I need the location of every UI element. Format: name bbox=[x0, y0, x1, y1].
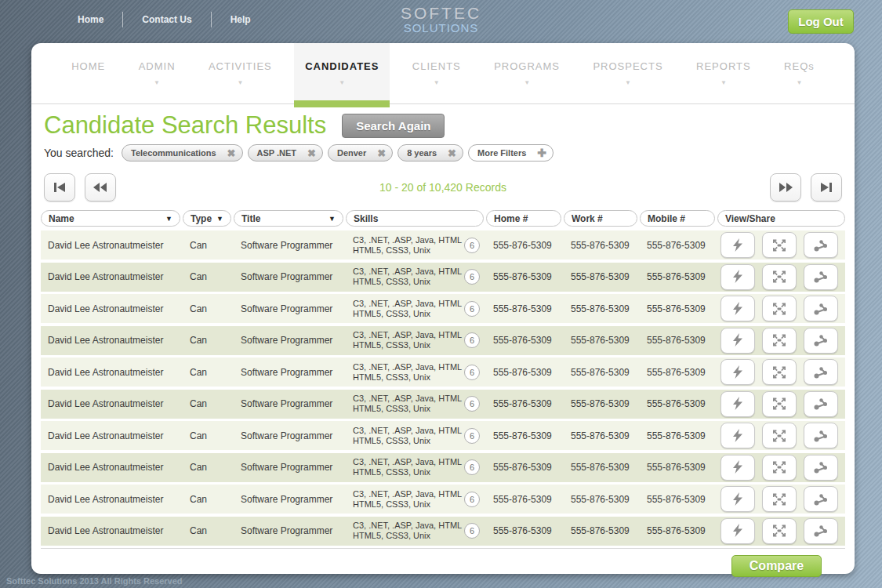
nav-label: REPORTS bbox=[696, 60, 751, 72]
skills-count-badge[interactable]: 6 bbox=[464, 396, 480, 412]
table-row[interactable]: David Lee Astronautmeister Can Software … bbox=[41, 358, 845, 387]
home-phone-cell: 555-876-5309 bbox=[486, 525, 561, 536]
expand-view-button[interactable] bbox=[762, 518, 797, 544]
share-icon bbox=[813, 460, 829, 474]
filter-chip-label: 8 years bbox=[407, 148, 437, 158]
expand-view-button[interactable] bbox=[762, 264, 797, 290]
skills-count-badge[interactable]: 6 bbox=[464, 365, 480, 380]
candidate-skills-cell: C3, .NET, .ASP, Java, HTML HTML5, CSS3, … bbox=[346, 394, 484, 414]
share-button[interactable] bbox=[804, 391, 838, 417]
nav-item-reports[interactable]: REPORTS ▼ bbox=[685, 43, 762, 103]
sort-dropdown-icon[interactable]: ▼ bbox=[328, 215, 336, 223]
share-button[interactable] bbox=[804, 486, 838, 512]
compare-button[interactable]: Compare bbox=[731, 555, 822, 577]
quick-action-button[interactable] bbox=[720, 391, 755, 417]
filter-chip-telecommunications[interactable]: Telecommunications ✖ bbox=[122, 144, 243, 162]
more-filters-button[interactable]: More Filters ✚ bbox=[468, 144, 554, 162]
filter-chip-asp-net[interactable]: ASP .NET ✖ bbox=[248, 144, 323, 162]
skills-count-badge[interactable]: 6 bbox=[464, 269, 480, 285]
next-page-button[interactable] bbox=[770, 173, 801, 201]
nav-item-admin[interactable]: ADMIN ▼ bbox=[128, 43, 187, 103]
skills-count-badge[interactable]: 6 bbox=[464, 332, 480, 348]
nav-item-programs[interactable]: PROGRAMS ▼ bbox=[483, 43, 571, 103]
nav-item-activities[interactable]: ACTIVITIES ▼ bbox=[198, 43, 283, 103]
search-again-button[interactable]: Search Again bbox=[342, 114, 445, 138]
share-button[interactable] bbox=[804, 232, 838, 258]
skills-count-badge[interactable]: 6 bbox=[464, 492, 480, 507]
skills-count-badge[interactable]: 6 bbox=[464, 523, 480, 539]
expand-view-button[interactable] bbox=[762, 486, 797, 512]
nav-item-candidates[interactable]: CANDIDATES ▼ bbox=[294, 43, 390, 103]
nav-item-home[interactable]: HOME bbox=[60, 43, 116, 103]
remove-filter-icon[interactable]: ✖ bbox=[377, 148, 386, 158]
skills-count-badge[interactable]: 6 bbox=[464, 428, 480, 444]
table-row[interactable]: David Lee Astronautmeister Can Software … bbox=[41, 326, 845, 355]
quick-action-button[interactable] bbox=[720, 518, 755, 544]
share-button[interactable] bbox=[804, 296, 838, 321]
chevron-down-icon: ▼ bbox=[796, 79, 802, 87]
column-header-name[interactable]: Name ▼ bbox=[41, 210, 180, 227]
quick-action-button[interactable] bbox=[720, 455, 755, 481]
skills-count-badge[interactable]: 6 bbox=[464, 459, 480, 475]
skills-count-badge[interactable]: 6 bbox=[464, 301, 480, 317]
quick-action-button[interactable] bbox=[720, 232, 755, 258]
share-button[interactable] bbox=[804, 518, 838, 544]
sort-dropdown-icon[interactable]: ▼ bbox=[165, 215, 172, 223]
candidate-name-cell: David Lee Astronautmeister bbox=[41, 525, 180, 536]
chevron-down-icon: ▼ bbox=[434, 79, 440, 87]
share-button[interactable] bbox=[804, 264, 838, 290]
column-header-type[interactable]: Type ▼ bbox=[183, 210, 231, 227]
candidate-skills-cell: C3, .NET, .ASP, Java, HTML HTML5, CSS3, … bbox=[346, 330, 484, 350]
candidate-skills-cell: C3, .NET, .ASP, Java, HTML HTML5, CSS3, … bbox=[346, 299, 484, 319]
share-button[interactable] bbox=[804, 359, 838, 385]
skills-count-badge[interactable]: 6 bbox=[464, 238, 480, 253]
work-phone-cell: 555-876-5309 bbox=[564, 335, 637, 346]
table-row[interactable]: David Lee Astronautmeister Can Software … bbox=[41, 294, 845, 323]
nav-item-clients[interactable]: CLIENTS ▼ bbox=[401, 43, 472, 103]
table-row[interactable]: David Lee Astronautmeister Can Software … bbox=[41, 485, 845, 514]
filter-chip-denver[interactable]: Denver ✖ bbox=[328, 144, 393, 162]
lightning-icon bbox=[731, 333, 744, 347]
share-button[interactable] bbox=[804, 455, 838, 481]
filter-chip-8-years[interactable]: 8 years ✖ bbox=[397, 144, 463, 162]
top-link-home[interactable]: Home bbox=[59, 11, 122, 28]
expand-view-button[interactable] bbox=[762, 455, 797, 481]
log-out-button[interactable]: Log Out bbox=[788, 9, 854, 34]
table-row[interactable]: David Lee Astronautmeister Can Software … bbox=[41, 453, 845, 482]
quick-action-button[interactable] bbox=[720, 486, 755, 512]
expand-view-button[interactable] bbox=[762, 232, 797, 258]
quick-action-button[interactable] bbox=[720, 359, 755, 385]
remove-filter-icon[interactable]: ✖ bbox=[227, 148, 236, 158]
table-row[interactable]: David Lee Astronautmeister Can Software … bbox=[41, 263, 845, 292]
last-page-button[interactable] bbox=[811, 173, 842, 201]
quick-action-button[interactable] bbox=[720, 296, 755, 321]
table-row[interactable]: David Lee Astronautmeister Can Software … bbox=[41, 390, 845, 419]
chevron-down-icon: ▼ bbox=[237, 79, 243, 87]
table-row[interactable]: David Lee Astronautmeister Can Software … bbox=[41, 421, 845, 450]
sort-dropdown-icon[interactable]: ▼ bbox=[216, 215, 223, 223]
expand-view-button[interactable] bbox=[762, 296, 797, 321]
remove-filter-icon[interactable]: ✖ bbox=[307, 148, 316, 158]
quick-action-button[interactable] bbox=[720, 328, 755, 354]
quick-action-button[interactable] bbox=[720, 423, 755, 448]
table-body: David Lee Astronautmeister Can Software … bbox=[41, 230, 845, 546]
table-row[interactable]: David Lee Astronautmeister Can Software … bbox=[41, 230, 845, 260]
share-button[interactable] bbox=[804, 423, 838, 448]
top-link-help[interactable]: Help bbox=[212, 11, 270, 28]
remove-filter-icon[interactable]: ✖ bbox=[448, 148, 456, 158]
column-header-title[interactable]: Title ▼ bbox=[234, 210, 343, 227]
expand-view-button[interactable] bbox=[762, 328, 797, 354]
view-share-cell bbox=[717, 518, 845, 544]
expand-view-button[interactable] bbox=[762, 423, 797, 448]
expand-view-button[interactable] bbox=[762, 359, 797, 385]
table-row[interactable]: David Lee Astronautmeister Can Software … bbox=[41, 517, 845, 546]
nav-item-prospects[interactable]: PROSPECTS ▼ bbox=[582, 43, 673, 103]
candidate-skills-cell: C3, .NET, .ASP, Java, HTML HTML5, CSS3, … bbox=[346, 426, 484, 446]
mobile-phone-cell: 555-876-5309 bbox=[640, 303, 715, 314]
footer-copyright: Softtec Solutions 2013 All Rights Reserv… bbox=[6, 576, 183, 586]
expand-view-button[interactable] bbox=[762, 391, 797, 417]
top-link-contact-us[interactable]: Contact Us bbox=[123, 11, 210, 28]
nav-item-reqs[interactable]: REQs ▼ bbox=[773, 43, 826, 103]
quick-action-button[interactable] bbox=[720, 264, 755, 290]
share-button[interactable] bbox=[804, 328, 838, 354]
